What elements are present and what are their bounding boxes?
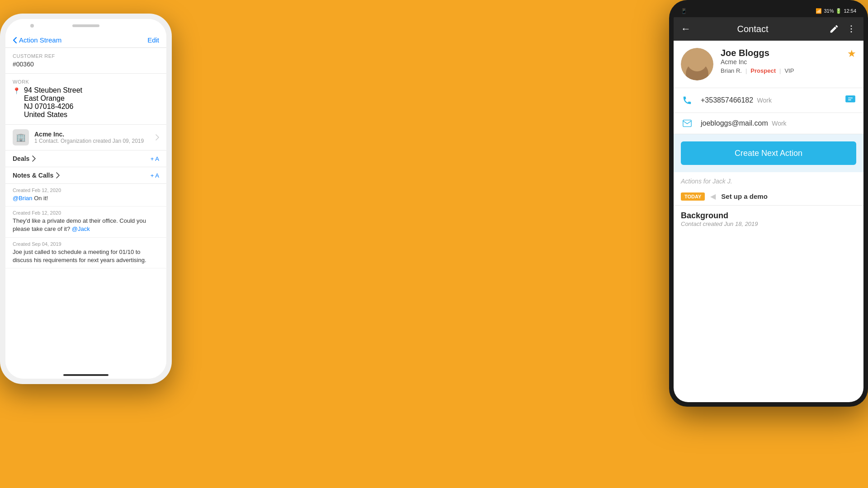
- contact-tags: Brian R. | Prospect | VIP: [721, 67, 840, 74]
- more-dots-icon[interactable]: [846, 24, 856, 34]
- android-content: Joe Bloggs Acme Inc Brian R. | Prospect …: [674, 41, 863, 402]
- pin-icon: 📍: [13, 87, 20, 94]
- svg-rect-4: [683, 120, 691, 127]
- phone-svg-icon: [682, 95, 692, 105]
- contact-owner: Brian R.: [721, 67, 742, 74]
- background-sub: Contact created Jun 18, 2019: [681, 221, 856, 227]
- note-text-2: They'd like a private demo at their offi…: [13, 217, 159, 233]
- phone-field: +353857466182 Work: [674, 88, 863, 113]
- android-phone: 📱 📶 31% 🔋 12:54 ← Contact: [669, 0, 868, 407]
- email-address[interactable]: joebloggs@mail.com: [701, 119, 768, 127]
- pencil-icon[interactable]: [829, 24, 839, 34]
- phone-value-group: +353857466182 Work: [701, 96, 772, 104]
- note-mention-2: @Jack: [72, 225, 90, 232]
- contact-info: Joe Bloggs Acme Inc Brian R. | Prospect …: [721, 48, 840, 74]
- org-chevron-icon: [156, 134, 159, 141]
- ios-back-button[interactable]: Action Stream: [13, 36, 61, 44]
- email-icon: [681, 118, 693, 128]
- notes-chevron-icon: [56, 172, 60, 178]
- contact-name: Joe Bloggs: [721, 48, 840, 58]
- note-text-3: Joe just called to schedule a meeting fo…: [13, 248, 159, 264]
- action-arrow-icon: ◀: [710, 192, 716, 201]
- email-value-group: joebloggs@mail.com Work: [701, 119, 787, 127]
- background-section: Background Contact created Jun 18, 2019: [674, 206, 863, 233]
- ios-nav-bar: Action Stream Edit: [5, 33, 166, 48]
- toolbar-icons: [829, 24, 856, 34]
- android-toolbar-title: Contact: [684, 24, 822, 34]
- deals-title: Deals: [13, 155, 36, 162]
- back-chevron-icon: [13, 37, 17, 44]
- ios-phone: Action Stream Edit Customer Ref #00360 W…: [0, 14, 172, 384]
- notes-section-header: Notes & Calls + A: [5, 167, 166, 184]
- address-line4: United States: [24, 111, 82, 119]
- ios-content: Action Stream Edit Customer Ref #00360 W…: [5, 33, 166, 379]
- avatar-face: [681, 48, 713, 80]
- avatar-head: [687, 52, 707, 71]
- battery-icon: 🔋: [835, 8, 842, 14]
- action-item-text: Set up a demo: [721, 192, 768, 200]
- create-next-action-button[interactable]: Create Next Action: [681, 141, 856, 165]
- svg-rect-3: [845, 95, 855, 102]
- address-block: 📍 94 Steuben Street East Orange NJ 07018…: [13, 86, 159, 119]
- deals-chevron-icon: [32, 155, 36, 162]
- notes-add-button[interactable]: + A: [151, 172, 159, 179]
- clock: 12:54: [844, 8, 856, 14]
- android-status-bar: 📱 📶 31% 🔋 12:54: [674, 5, 863, 17]
- address-label: Work: [13, 79, 159, 84]
- org-row[interactable]: 🏢 Acme Inc. 1 Contact. Organization crea…: [5, 125, 166, 150]
- note-item-1: Created Feb 12, 2020 @Brian On it!: [5, 184, 166, 206]
- svg-point-1: [851, 28, 852, 30]
- org-icon: 🏢: [13, 129, 29, 145]
- note-date-3: Created Sep 04, 2019: [13, 241, 159, 247]
- deals-add-button[interactable]: + A: [151, 155, 159, 162]
- actions-for-label: Actions for Jack J.: [674, 172, 863, 188]
- svg-point-2: [851, 31, 852, 33]
- ios-speaker: [72, 24, 99, 27]
- org-name: Acme Inc.: [34, 131, 144, 138]
- message-icon[interactable]: [844, 94, 856, 107]
- wifi-icon: 📶: [816, 8, 822, 14]
- chat-svg-icon: [844, 94, 856, 105]
- ios-edit-button[interactable]: Edit: [147, 36, 159, 44]
- note-item-2: Created Feb 12, 2020 They'd like a priva…: [5, 206, 166, 237]
- note-item-3: Created Sep 04, 2019 Joe just called to …: [5, 238, 166, 268]
- notes-label: Notes & Calls: [13, 172, 53, 179]
- note-mention-1: @Brian: [13, 195, 33, 202]
- svg-point-0: [851, 25, 852, 27]
- note-date-2: Created Feb 12, 2020: [13, 210, 159, 216]
- org-sub: 1 Contact. Organization created Jan 09, …: [34, 138, 144, 144]
- address-section: Work 📍 94 Steuben Street East Orange NJ …: [5, 74, 166, 125]
- address-line2: East Orange: [24, 94, 82, 103]
- org-info: Acme Inc. 1 Contact. Organization create…: [34, 131, 144, 144]
- note-text-1: @Brian On it!: [13, 194, 159, 202]
- contact-company: Acme Inc: [721, 58, 840, 66]
- ios-notch: [5, 19, 166, 33]
- customer-ref-value: #00360: [13, 61, 159, 68]
- phone-number[interactable]: +353857466182: [701, 96, 753, 104]
- ios-camera: [30, 24, 34, 28]
- email-svg-icon: [682, 118, 692, 128]
- phone-icon: [681, 95, 693, 105]
- android-toolbar: ← Contact: [674, 17, 863, 41]
- ios-back-label: Action Stream: [19, 36, 61, 44]
- contact-vip: VIP: [784, 67, 794, 74]
- deals-label: Deals: [13, 155, 29, 162]
- action-item: TODAY ◀ Set up a demo: [674, 188, 863, 206]
- android-status-left-icon: 📱: [681, 8, 687, 14]
- customer-ref-label: Customer Ref: [13, 53, 159, 59]
- android-inner: 📱 📶 31% 🔋 12:54 ← Contact: [674, 5, 863, 402]
- star-icon[interactable]: ★: [847, 48, 856, 60]
- action-section: Create Next Action: [674, 134, 863, 172]
- customer-ref-section: Customer Ref #00360: [5, 48, 166, 74]
- address-lines: 94 Steuben Street East Orange NJ 07018-4…: [24, 86, 82, 119]
- address-line1: 94 Steuben Street: [24, 86, 82, 94]
- notes-title: Notes & Calls: [13, 172, 60, 179]
- note-date-1: Created Feb 12, 2020: [13, 188, 159, 193]
- contact-prospect: Prospect: [750, 67, 776, 74]
- email-label: Work: [772, 120, 786, 127]
- email-field: joebloggs@mail.com Work: [674, 113, 863, 134]
- address-line3: NJ 07018-4206: [24, 103, 82, 111]
- today-badge: TODAY: [681, 192, 705, 201]
- battery-percent: 31%: [824, 8, 834, 14]
- background-title: Background: [681, 211, 856, 221]
